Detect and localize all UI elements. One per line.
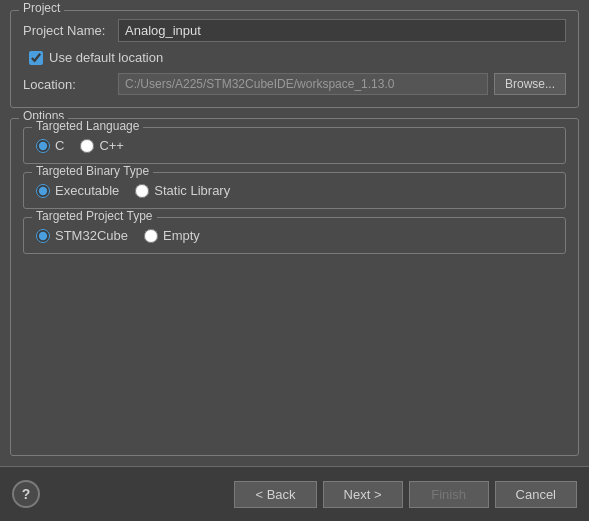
project-type-empty-option[interactable]: Empty [144, 228, 200, 243]
project-type-empty-label: Empty [163, 228, 200, 243]
browse-button[interactable]: Browse... [494, 73, 566, 95]
binary-static-library-radio[interactable] [135, 184, 149, 198]
project-legend: Project [19, 1, 64, 15]
language-c-radio[interactable] [36, 139, 50, 153]
binary-executable-option[interactable]: Executable [36, 183, 119, 198]
project-type-radio-row: STM32Cube Empty [36, 224, 553, 243]
binary-type-radio-row: Executable Static Library [36, 179, 553, 198]
targeted-binary-type-section: Targeted Binary Type Executable Static L… [23, 172, 566, 209]
location-input[interactable] [118, 73, 488, 95]
use-default-location-row: Use default location [23, 50, 566, 65]
cancel-button[interactable]: Cancel [495, 481, 577, 508]
use-default-location-checkbox[interactable] [29, 51, 43, 65]
binary-executable-radio[interactable] [36, 184, 50, 198]
project-type-stm32cube-option[interactable]: STM32Cube [36, 228, 128, 243]
footer: ? < Back Next > Finish Cancel [0, 466, 589, 521]
project-section: Project Project Name: Use default locati… [10, 10, 579, 108]
binary-executable-label: Executable [55, 183, 119, 198]
targeted-language-section: Targeted Language C C++ [23, 127, 566, 164]
use-default-location-label[interactable]: Use default location [49, 50, 163, 65]
project-name-label: Project Name: [23, 23, 118, 38]
project-type-stm32cube-label: STM32Cube [55, 228, 128, 243]
project-name-input[interactable] [118, 19, 566, 42]
help-button[interactable]: ? [12, 480, 40, 508]
project-type-empty-radio[interactable] [144, 229, 158, 243]
footer-buttons: < Back Next > Finish Cancel [234, 481, 577, 508]
next-button[interactable]: Next > [323, 481, 403, 508]
binary-static-library-option[interactable]: Static Library [135, 183, 230, 198]
dialog-container: Project Project Name: Use default locati… [0, 0, 589, 521]
targeted-binary-type-legend: Targeted Binary Type [32, 164, 153, 178]
language-cpp-option[interactable]: C++ [80, 138, 124, 153]
location-row: Location: Browse... [23, 73, 566, 95]
location-label: Location: [23, 77, 118, 92]
project-type-stm32cube-radio[interactable] [36, 229, 50, 243]
language-cpp-radio[interactable] [80, 139, 94, 153]
finish-button[interactable]: Finish [409, 481, 489, 508]
back-button[interactable]: < Back [234, 481, 316, 508]
binary-static-library-label: Static Library [154, 183, 230, 198]
project-name-row: Project Name: [23, 19, 566, 42]
options-section: Options Targeted Language C C++ Targeted… [10, 118, 579, 456]
targeted-project-type-legend: Targeted Project Type [32, 209, 157, 223]
language-c-option[interactable]: C [36, 138, 64, 153]
language-c-label: C [55, 138, 64, 153]
language-cpp-label: C++ [99, 138, 124, 153]
targeted-project-type-section: Targeted Project Type STM32Cube Empty [23, 217, 566, 254]
targeted-language-legend: Targeted Language [32, 119, 143, 133]
language-radio-row: C C++ [36, 134, 553, 153]
